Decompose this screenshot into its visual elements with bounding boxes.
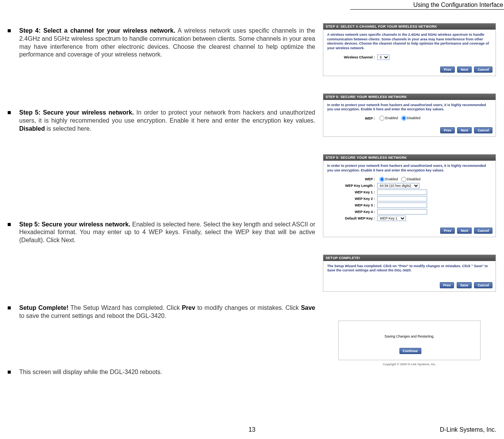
wep-disabled-text: Disabled: [407, 177, 421, 181]
step5a-bold: Disabled: [19, 125, 45, 132]
wep-disabled-text: Disabled: [407, 116, 421, 120]
step5a-body-post: is selected here.: [45, 125, 91, 132]
prev-button[interactable]: Prev: [440, 228, 455, 234]
wizard-step5-enabled-header: STEP 5: SECURE YOUR WIRELESS NETWORK: [323, 155, 496, 161]
wizard-complete-header: SETUP COMPLETE!: [323, 255, 496, 261]
wireless-channel-label: Wireless Channel :: [327, 55, 377, 59]
instructions-column: Step 4: Select a channel for your wirele…: [8, 23, 315, 384]
wep-keylen-label: WEP Key Length :: [327, 184, 377, 188]
save-button[interactable]: Save: [457, 282, 472, 288]
wep-key4-label: WEP Key 4 :: [327, 210, 377, 214]
wep-keylen-select[interactable]: 64 bit (10 hex digits): [377, 183, 419, 188]
wep-key3-input[interactable]: [377, 203, 427, 208]
wep-disabled-radio[interactable]: [401, 177, 406, 182]
wep-enabled-text: Enabled: [385, 116, 398, 120]
wep-key1-label: WEP Key 1 :: [327, 190, 377, 194]
prev-button[interactable]: Prev: [440, 127, 455, 133]
wizard-step5-disabled: STEP 5: SECURE YOUR WIRELESS NETWORK In …: [323, 93, 496, 137]
bullet-icon: [8, 111, 11, 114]
copyright-text: Copyright © 2004 D-Link Systems, Inc.: [338, 363, 481, 366]
prev-button[interactable]: Prev: [440, 282, 454, 288]
section-title: Using the Configuration Interface: [350, 2, 504, 10]
wep-label: WEP :: [327, 177, 377, 181]
wizard-step4-header: STEP 4: SELECT A CHANNEL FOR YOUR WIRELE…: [323, 23, 496, 30]
page-number: 13: [249, 426, 256, 433]
instruction-complete: Setup Complete! The Setup Wizard has com…: [8, 304, 315, 320]
wizard-complete-desc: The Setup Wizard has completed. Click on…: [327, 264, 492, 273]
wep-disabled-radio[interactable]: [401, 116, 406, 121]
bullet-icon: [8, 371, 11, 374]
wep-key4-input[interactable]: [377, 209, 427, 215]
cancel-button[interactable]: Cancel: [474, 282, 492, 288]
wizard-step5-enabled-desc: In order to protect your network from ha…: [327, 164, 492, 173]
default-wep-label: Default WEP Key :: [327, 216, 377, 220]
complete-bold1: Prev: [182, 304, 195, 311]
wep-key2-label: WEP Key 2 :: [327, 197, 377, 201]
wep-key1-input[interactable]: [377, 190, 427, 195]
next-button[interactable]: Next: [457, 228, 472, 234]
wizard-step4: STEP 4: SELECT A CHANNEL FOR YOUR WIRELE…: [323, 23, 496, 76]
wep-label: WEP :: [327, 116, 377, 120]
instruction-step4: Step 4: Select a channel for your wirele…: [8, 27, 315, 59]
next-button[interactable]: Next: [457, 67, 472, 73]
wizard-step5-disabled-desc: In order to protect your network from ha…: [327, 103, 492, 112]
wep-enabled-text: Enabled: [385, 177, 398, 181]
wizard-step5-disabled-header: STEP 5: SECURE YOUR WIRELESS NETWORK: [323, 94, 496, 100]
next-button[interactable]: Next: [457, 127, 472, 133]
wireless-channel-select[interactable]: 6: [377, 55, 389, 60]
reboot-message: Saving Changes and Restarting.: [339, 334, 480, 338]
prev-button[interactable]: Prev: [440, 67, 455, 73]
wep-key2-input[interactable]: [377, 196, 427, 201]
step4-title: Step 4: Select a channel for your wirele…: [19, 27, 175, 34]
cancel-button[interactable]: Cancel: [474, 67, 492, 73]
wizard-step4-desc: A wireless network uses specific channel…: [327, 33, 492, 51]
bullet-icon: [8, 223, 11, 226]
reboot-body: This screen will display while the DGL-3…: [19, 369, 162, 375]
instruction-step5-enabled: Step 5: Secure your wireless network. En…: [8, 221, 315, 244]
wep-enabled-radio[interactable]: [379, 116, 384, 121]
bullet-icon: [8, 306, 11, 309]
footer-company: D-Link Systems, Inc.: [440, 426, 496, 433]
instruction-reboot: This screen will display while the DGL-3…: [8, 368, 315, 376]
instruction-step5-disabled: Step 5: Secure your wireless network. In…: [8, 109, 315, 133]
default-wep-select[interactable]: WEP Key 1: [377, 216, 406, 221]
cancel-button[interactable]: Cancel: [474, 127, 492, 133]
complete-bold2: Save: [301, 304, 315, 311]
step5a-title: Step 5: Secure your wireless network.: [19, 109, 134, 116]
complete-title: Setup Complete!: [19, 304, 68, 311]
complete-body-post: to save the current settings and reboot …: [19, 313, 166, 319]
page-footer: 13 D-Link Systems, Inc.: [8, 426, 496, 433]
wep-enabled-radio[interactable]: [379, 177, 384, 182]
continue-button[interactable]: Continue: [399, 348, 421, 354]
wizard-complete: SETUP COMPLETE! The Setup Wizard has com…: [323, 254, 496, 292]
step5b-title: Step 5: Secure your wireless network.: [19, 221, 130, 228]
complete-body-mid: to modify changes or mistakes. Click: [195, 304, 301, 311]
wep-key3-label: WEP Key 3 :: [327, 203, 377, 207]
reboot-dialog: Saving Changes and Restarting. Continue: [338, 321, 481, 360]
bullet-icon: [8, 29, 11, 32]
cancel-button[interactable]: Cancel: [474, 228, 492, 234]
screenshots-column: STEP 4: SELECT A CHANNEL FOR YOUR WIRELE…: [323, 23, 496, 384]
complete-body-pre: The Setup Wizard has completed. Click: [68, 304, 182, 311]
wizard-step5-enabled: STEP 5: SECURE YOUR WIRELESS NETWORK In …: [323, 154, 496, 237]
